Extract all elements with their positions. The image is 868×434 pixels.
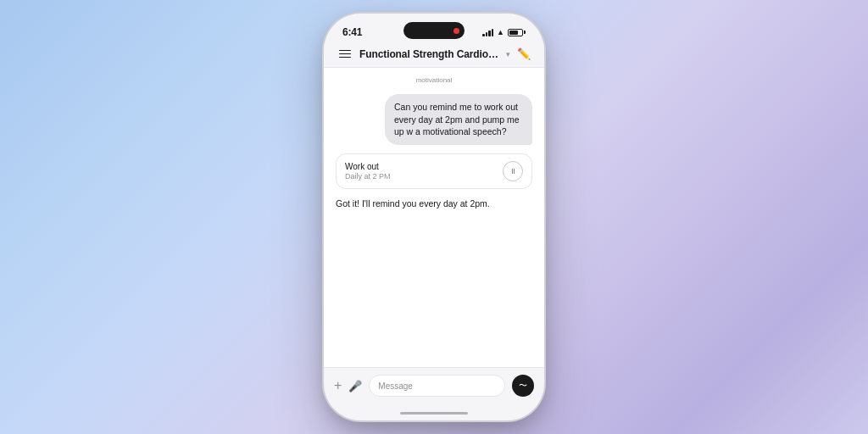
pause-icon: ⏸ (509, 167, 517, 175)
add-attachment-button[interactable]: + (334, 379, 342, 392)
mic-button[interactable]: 🎤 (348, 380, 362, 392)
message-input[interactable]: Message (369, 375, 505, 397)
home-bar (400, 412, 468, 415)
wifi-icon: ▲ (497, 28, 504, 36)
status-bar: 6:41 ▲ (324, 14, 544, 44)
reminder-time: Daily at 2 PM (345, 172, 391, 181)
chat-header: Functional Strength Cardio Fle... ▾ ✏️ (324, 44, 544, 68)
chat-area: motivational Can you remind me to work o… (324, 68, 544, 367)
menu-line-1 (339, 50, 351, 52)
menu-icon[interactable] (337, 48, 353, 60)
ai-message: Got it! I'll remind you every day at 2pm… (336, 198, 532, 210)
previous-label: motivational (336, 76, 532, 84)
input-bar: + 🎤 Message 〜 (324, 367, 544, 405)
chevron-down-icon[interactable]: ▾ (506, 50, 510, 58)
user-message: Can you remind me to work out every day … (336, 94, 532, 145)
phone-wrapper: 6:41 ▲ (324, 14, 544, 420)
menu-line-2 (339, 53, 351, 55)
reminder-card: Work out Daily at 2 PM ⏸ (336, 153, 532, 189)
battery-body (508, 29, 523, 36)
reminder-title: Work out (345, 162, 391, 171)
status-icons: ▲ (482, 28, 526, 36)
message-placeholder: Message (378, 381, 413, 391)
menu-line-3 (339, 57, 351, 58)
battery-cap (524, 31, 526, 34)
ai-response-text: Got it! I'll remind you every day at 2pm… (336, 198, 490, 210)
status-time: 6:41 (342, 26, 362, 38)
battery-fill (509, 31, 518, 35)
user-bubble: Can you remind me to work out every day … (385, 94, 532, 145)
pause-reminder-button[interactable]: ⏸ (503, 161, 523, 181)
phone-frame: 6:41 ▲ (324, 14, 544, 420)
signal-bar-2 (486, 32, 488, 36)
voice-wave-icon: 〜 (519, 380, 527, 392)
signal-icon (482, 28, 493, 36)
home-indicator (324, 405, 544, 420)
signal-bar-4 (492, 29, 494, 36)
dynamic-island (403, 22, 465, 39)
signal-bar-3 (488, 31, 491, 36)
edit-icon[interactable]: ✏️ (517, 47, 531, 60)
battery-icon (508, 29, 526, 36)
chat-title: Functional Strength Cardio Fle... (359, 48, 499, 60)
voice-wave-button[interactable]: 〜 (512, 375, 534, 397)
reminder-info: Work out Daily at 2 PM (345, 162, 391, 181)
dynamic-island-dot (453, 28, 459, 34)
signal-bar-1 (482, 34, 485, 36)
